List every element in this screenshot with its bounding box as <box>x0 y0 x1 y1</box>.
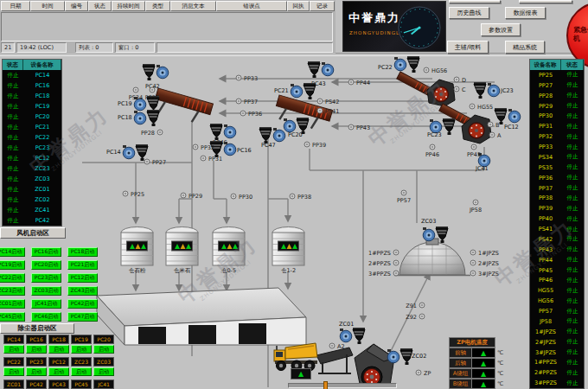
right-device-row: 2#JPZS停止 <box>530 337 584 348</box>
fan-start-button-PC22[interactable]: PC22启动 <box>0 273 25 283</box>
silo-仓1-2[interactable]: 仓1-2 <box>272 227 304 275</box>
dome-silo[interactable] <box>394 239 470 276</box>
dust-start-button-PC19[interactable]: 启动 <box>71 345 92 354</box>
fan-unit-PC46[interactable] <box>210 124 236 140</box>
fan-unit-PC14[interactable] <box>123 144 148 161</box>
feed-control-button[interactable]: 主辅/喂料 <box>447 41 489 54</box>
device-status: 停止 <box>3 113 23 121</box>
fan-start-button-PC45[interactable]: PC45启动 <box>0 312 25 322</box>
dust-start-button-PC20[interactable]: 启动 <box>93 345 114 354</box>
right-device-row: PP25停止 <box>530 70 584 80</box>
parameter-settings-button[interactable]: 参数设置 <box>481 23 521 36</box>
fan-start-button-PC21[interactable]: PC21启动 <box>67 260 98 270</box>
fan-start-button-PC18[interactable]: PC18启动 <box>67 247 98 257</box>
point-PP25: PP25 <box>123 191 144 198</box>
right-col-status: 状态 <box>561 60 584 70</box>
fan-start-button-PC42[interactable]: PC42启动 <box>67 299 98 309</box>
silo-仓0-5[interactable]: 仓0-5 <box>213 227 245 275</box>
dust-device-PC12: PC12 <box>48 357 69 367</box>
hopper-icon <box>407 58 419 70</box>
fan-start-button-ZC23[interactable]: ZC23启动 <box>0 286 25 296</box>
fan-unit-PC22[interactable] <box>394 56 419 73</box>
fan-unit-PC43[interactable] <box>308 61 334 78</box>
device-name: PP32 <box>530 133 561 140</box>
silo-仓石粉[interactable]: 仓石粉 <box>121 227 153 275</box>
device-name: ZC23 <box>23 165 61 172</box>
alarm-list[interactable] <box>1 12 333 41</box>
point-label: Z91 <box>406 303 417 309</box>
feed-slider-thumb[interactable] <box>323 381 328 389</box>
dust-device-PC18: PC18 <box>48 335 69 344</box>
point-label: PP31 <box>208 156 222 163</box>
dust-start-button-PC18[interactable]: 启动 <box>48 345 69 354</box>
point-PS42: PS42 <box>317 99 339 105</box>
point-PP28: PP28 <box>141 130 163 137</box>
silo-仓米石[interactable]: 仓米石 <box>166 227 198 275</box>
point-PP39: PP39 <box>304 142 326 149</box>
dust-start-button-PC23[interactable]: 启动 <box>26 367 47 376</box>
point-PP37: PP37 <box>236 99 258 105</box>
device-name: PS42 <box>530 236 561 243</box>
fan-start-button-ZC01[interactable]: ZC01启动 <box>0 299 25 309</box>
dust-start-button-PC16[interactable]: 启动 <box>26 345 47 354</box>
temp-row: A绕组▲℃ <box>449 368 521 379</box>
left-col-device: 设备名称 <box>23 60 61 70</box>
right-device-row: PP30停止 <box>530 112 584 122</box>
fan-unit-JC23[interactable] <box>474 82 500 99</box>
point-Z91: Z91 <box>406 303 425 309</box>
device-name: PC42 <box>23 217 61 224</box>
point-PP33: PP33 <box>236 75 258 82</box>
alarm-status-bar: 21 19:42 (LOC) 列表 : 0 窗口 : 0 <box>1 42 333 53</box>
brand-panel: 中誉鼎力 ZHONGYUDINGLI <box>342 1 446 52</box>
device-status: 停止 <box>3 124 23 131</box>
point-PP30: PP30 <box>231 194 252 201</box>
device-status: 停止 <box>561 133 584 141</box>
fan-start-button-PC16[interactable]: PC16启动 <box>31 247 61 257</box>
hopper-icon <box>259 129 272 141</box>
point-label: JP58 <box>469 207 482 214</box>
fan-unit-ZC01[interactable] <box>340 328 365 344</box>
alarm-col-5: 持续时间 <box>112 1 145 11</box>
device-status: 停止 <box>561 338 584 346</box>
history-curve-button[interactable]: 历史曲线 <box>449 7 489 19</box>
dust-start-button-ZC03[interactable]: 启动 <box>93 367 114 376</box>
left-device-row: 停止PC14 <box>3 70 61 80</box>
feed-slider-track[interactable] <box>288 383 397 388</box>
temp-indicator: ▲ <box>472 368 495 379</box>
fan-start-button-PC46[interactable]: PC46启动 <box>31 312 61 322</box>
fan-start-button-PC47[interactable]: PC47启动 <box>67 312 98 322</box>
dust-start-button-PC12[interactable]: 启动 <box>48 367 69 376</box>
clipped-button-1[interactable] <box>449 0 501 3</box>
clipped-button-2[interactable] <box>519 0 572 3</box>
data-report-button[interactable]: 数据报表 <box>505 7 546 19</box>
unit-label-ZC03: ZC03 <box>421 218 436 225</box>
device-name: 3#JPZS <box>530 349 561 356</box>
fan-start-button-ZC43[interactable]: ZC43启动 <box>67 286 98 296</box>
fan-start-button-PC19[interactable]: PC19启动 <box>0 260 25 270</box>
fan-unit-PC18[interactable] <box>134 110 159 126</box>
left-device-row: 停止PC22 <box>3 132 61 143</box>
point-label: PP43 <box>356 124 370 131</box>
feeder[interactable] <box>316 348 353 373</box>
point-label: PP33 <box>244 75 258 82</box>
dust-start-button-PC14[interactable]: 启动 <box>3 345 24 354</box>
fan-start-button-PC23[interactable]: PC23启动 <box>31 273 61 283</box>
fan-start-button-PC20[interactable]: PC20启动 <box>31 260 61 270</box>
device-name: PP28 <box>530 92 561 99</box>
point-2#JPZS: 2#JPZS <box>470 260 499 267</box>
vibrating-screen-1[interactable] <box>152 88 214 126</box>
device-status: 停止 <box>561 163 584 171</box>
fan-start-button-PC14[interactable]: PC14启动 <box>0 247 25 257</box>
fan-start-button-ZC03[interactable]: ZC03启动 <box>31 286 61 296</box>
dust-start-button-PC22[interactable]: 启动 <box>3 367 24 376</box>
crusher-1[interactable] <box>427 80 455 106</box>
fan-start-button-PC12[interactable]: PC12启动 <box>67 273 98 283</box>
dust-start-button-ZC23[interactable]: 启动 <box>71 367 92 376</box>
premium-system-button[interactable]: 精品系统 <box>505 41 545 54</box>
fan-unit-PC21[interactable] <box>291 83 316 99</box>
device-status: 停止 <box>561 246 584 253</box>
device-status: 停止 <box>561 205 584 213</box>
device-status: 停止 <box>3 144 23 152</box>
fan-start-button-JC41[interactable]: JC41启动 <box>31 299 61 309</box>
fan-unit-PC42[interactable] <box>143 64 169 80</box>
